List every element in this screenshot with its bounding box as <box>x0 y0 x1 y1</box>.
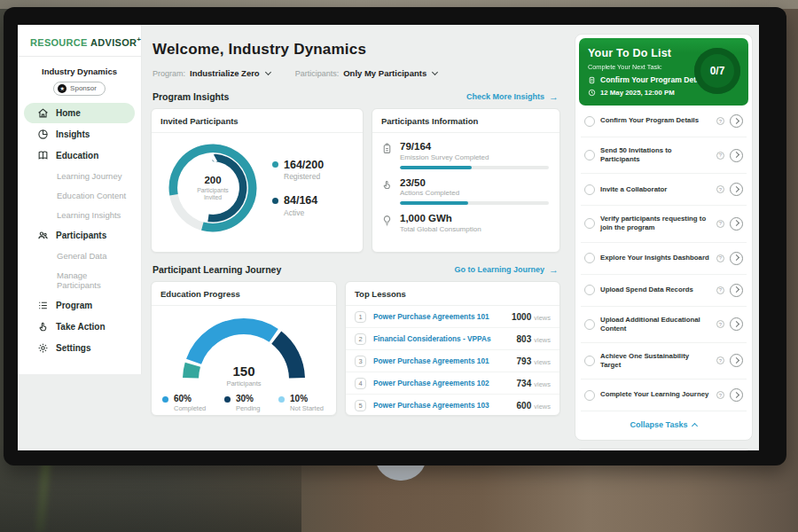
task-label: Achieve One Sustainability Target <box>600 352 711 370</box>
participants-value: Only My Participants <box>343 68 426 78</box>
sidebar-item-education[interactable]: Education <box>24 145 135 166</box>
metric-value: 1,000 GWh <box>400 213 549 224</box>
pie-chart-icon <box>37 129 49 140</box>
lesson-link[interactable]: Power Purchase Agreements 102 <box>373 379 510 387</box>
lesson-link[interactable]: Power Purchase Agreements 101 <box>373 356 510 365</box>
education-gauge-chart: 150 Participants <box>177 313 310 387</box>
donut-center-label: Participants Invited <box>188 187 238 202</box>
legend-item: 30% Pending <box>224 395 261 412</box>
sidebar-item-participants[interactable]: Participants <box>24 225 135 246</box>
sidebar-item-learning-journey[interactable]: Learning Journey <box>24 167 135 185</box>
task-checkbox[interactable] <box>584 390 595 401</box>
sidebar-item-label: Education <box>56 151 98 160</box>
todo-task: Verify participants requesting to join t… <box>581 206 747 242</box>
chevron-right-button[interactable] <box>730 114 743 128</box>
lesson-views: 803 <box>517 334 532 344</box>
sidebar-item-manage-participants[interactable]: Manage Participants <box>24 266 135 294</box>
link-label: Check More Insights <box>466 92 544 101</box>
gauge-center-value: 150 <box>177 364 310 378</box>
views-suffix: views <box>534 403 551 411</box>
collapse-tasks-link[interactable]: Collapse Tasks <box>579 411 748 436</box>
list-icon <box>37 300 49 311</box>
task-checkbox[interactable] <box>584 253 595 263</box>
task-checkbox[interactable] <box>584 218 595 229</box>
info-icon <box>716 320 724 328</box>
task-label: Confirm Your Program Details <box>600 116 711 125</box>
gear-icon <box>37 342 49 354</box>
lesson-link[interactable]: Power Purchase Agreements 101 <box>373 312 505 321</box>
sidebar-item-settings[interactable]: Settings <box>24 338 135 358</box>
sidebar-item-take-action[interactable]: Take Action <box>24 317 135 337</box>
chevron-right-button[interactable] <box>730 388 743 402</box>
task-checkbox[interactable] <box>584 184 595 195</box>
legend-label: Completed <box>174 404 206 412</box>
card-title: Top Lessons <box>346 282 559 306</box>
sidebar-item-education-content[interactable]: Education Content <box>24 186 135 205</box>
lesson-link[interactable]: Power Purchase Agreements 103 <box>373 401 510 410</box>
legend-label: Pending <box>236 404 261 412</box>
chevron-right-button[interactable] <box>730 183 743 196</box>
legend-value: 60% <box>174 395 206 403</box>
sidebar: RESOURCE ADVISOR+ Industry Dynamics Spon… <box>18 25 142 450</box>
lesson-link[interactable]: Financial Considerations - VPPAs <box>373 334 510 343</box>
chevron-right-button[interactable] <box>730 217 743 231</box>
lesson-rank: 1 <box>355 311 366 323</box>
chevron-right-button[interactable] <box>730 354 743 367</box>
todo-task: Send 50 Invitations to Participants <box>581 137 747 174</box>
task-checkbox[interactable] <box>584 116 595 127</box>
chevron-right-button[interactable] <box>730 317 743 331</box>
book-icon <box>37 150 49 161</box>
views-suffix: views <box>534 336 551 344</box>
task-checkbox[interactable] <box>584 285 595 295</box>
chevron-right-button[interactable] <box>730 284 743 297</box>
task-label: Verify participants requesting to join t… <box>600 215 711 232</box>
check-more-insights-link[interactable]: Check More Insights → <box>466 92 559 102</box>
metric-value: 23/50 <box>400 177 549 189</box>
info-icon <box>716 356 724 364</box>
chevron-down-icon <box>432 69 438 75</box>
go-to-learning-journey-link[interactable]: Go to Learning Journey → <box>454 265 559 275</box>
recent-news-title: Recent News <box>575 450 752 450</box>
sidebar-item-label: Insights <box>56 129 90 139</box>
filter-bar: Program: Industrialize Zero Participants… <box>153 68 560 78</box>
home-icon <box>37 107 49 119</box>
views-suffix: views <box>534 380 551 388</box>
task-label: Upload Spend Data Records <box>600 286 711 294</box>
legend-dot <box>272 198 278 204</box>
program-dropdown[interactable]: Program: Industrialize Zero <box>153 68 270 78</box>
chevron-right-button[interactable] <box>730 252 743 265</box>
sidebar-item-general-data[interactable]: General Data <box>24 246 135 265</box>
gauge-center-label: Participants <box>177 379 310 387</box>
section-title-learning-journey: Participant Learning Journey <box>153 264 281 275</box>
task-checkbox[interactable] <box>584 356 595 366</box>
task-checkbox[interactable] <box>584 150 595 160</box>
sidebar-item-label: Program <box>56 301 92 310</box>
todo-task-list: Confirm Your Program Details Send 50 Inv… <box>579 106 748 411</box>
chevron-right-button[interactable] <box>730 149 743 162</box>
participants-label: Participants: <box>295 69 340 78</box>
todo-task: Invite a Collaborator <box>581 174 747 206</box>
sidebar-item-home[interactable]: Home <box>24 103 135 123</box>
lesson-rank: 3 <box>355 356 366 367</box>
app-logo: RESOURCE ADVISOR+ <box>18 25 141 57</box>
collapse-label: Collapse Tasks <box>630 420 688 429</box>
sidebar-item-program[interactable]: Program <box>24 295 135 316</box>
legend-dot <box>162 396 168 403</box>
hand-action-icon <box>37 321 49 332</box>
metric-value: 79/164 <box>400 141 549 153</box>
legend-dot <box>224 396 231 403</box>
sidebar-item-learning-insights[interactable]: Learning Insights <box>24 206 135 224</box>
task-label: Explore Your Insights Dashboard <box>600 254 711 262</box>
task-label: Complete Your Learning Journey <box>600 390 711 399</box>
todo-title: Your To Do List <box>588 47 692 59</box>
info-icon <box>716 152 724 160</box>
participants-dropdown[interactable]: Participants: Only My Participants <box>295 68 438 78</box>
legend-item: 84/164 Active <box>272 195 324 217</box>
legend-dot <box>278 396 285 403</box>
task-checkbox[interactable] <box>584 319 595 330</box>
gauge-legend: 60% Completed 30% Pending 10% Not Starte… <box>152 387 336 412</box>
logo-resource: RESOURCE <box>30 37 88 48</box>
sidebar-item-insights[interactable]: Insights <box>24 124 135 145</box>
todo-task: Achieve One Sustainability Target <box>581 343 747 379</box>
progress-track <box>400 201 549 205</box>
